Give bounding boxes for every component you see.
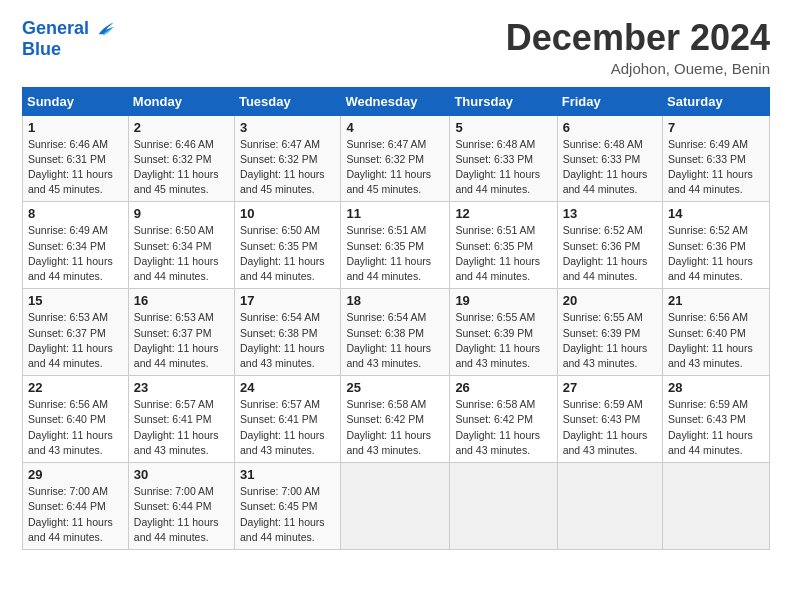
header-row-days: SundayMondayTuesdayWednesdayThursdayFrid… — [23, 87, 770, 115]
week-row-4: 22Sunrise: 6:56 AM Sunset: 6:40 PM Dayli… — [23, 376, 770, 463]
col-header-tuesday: Tuesday — [234, 87, 340, 115]
day-cell: 17Sunrise: 6:54 AM Sunset: 6:38 PM Dayli… — [234, 289, 340, 376]
day-info: Sunrise: 7:00 AM Sunset: 6:45 PM Dayligh… — [240, 484, 335, 545]
day-cell: 19Sunrise: 6:55 AM Sunset: 6:39 PM Dayli… — [450, 289, 557, 376]
logo-bird-icon — [93, 18, 115, 40]
day-number: 28 — [668, 380, 764, 395]
day-cell: 20Sunrise: 6:55 AM Sunset: 6:39 PM Dayli… — [557, 289, 662, 376]
page: General Blue December 2024 Adjohon, Ouem… — [0, 0, 792, 612]
day-number: 16 — [134, 293, 229, 308]
day-cell: 24Sunrise: 6:57 AM Sunset: 6:41 PM Dayli… — [234, 376, 340, 463]
day-info: Sunrise: 6:59 AM Sunset: 6:43 PM Dayligh… — [563, 397, 657, 458]
day-info: Sunrise: 6:49 AM Sunset: 6:33 PM Dayligh… — [668, 137, 764, 198]
day-number: 31 — [240, 467, 335, 482]
day-cell: 27Sunrise: 6:59 AM Sunset: 6:43 PM Dayli… — [557, 376, 662, 463]
day-cell: 14Sunrise: 6:52 AM Sunset: 6:36 PM Dayli… — [663, 202, 770, 289]
day-cell — [557, 463, 662, 550]
day-number: 7 — [668, 120, 764, 135]
day-info: Sunrise: 6:53 AM Sunset: 6:37 PM Dayligh… — [134, 310, 229, 371]
day-info: Sunrise: 6:48 AM Sunset: 6:33 PM Dayligh… — [455, 137, 551, 198]
day-info: Sunrise: 6:59 AM Sunset: 6:43 PM Dayligh… — [668, 397, 764, 458]
day-info: Sunrise: 6:55 AM Sunset: 6:39 PM Dayligh… — [563, 310, 657, 371]
day-cell: 2Sunrise: 6:46 AM Sunset: 6:32 PM Daylig… — [128, 115, 234, 202]
day-cell: 9Sunrise: 6:50 AM Sunset: 6:34 PM Daylig… — [128, 202, 234, 289]
day-info: Sunrise: 6:50 AM Sunset: 6:35 PM Dayligh… — [240, 223, 335, 284]
day-info: Sunrise: 6:52 AM Sunset: 6:36 PM Dayligh… — [668, 223, 764, 284]
day-cell: 11Sunrise: 6:51 AM Sunset: 6:35 PM Dayli… — [341, 202, 450, 289]
col-header-sunday: Sunday — [23, 87, 129, 115]
day-info: Sunrise: 6:52 AM Sunset: 6:36 PM Dayligh… — [563, 223, 657, 284]
day-info: Sunrise: 6:54 AM Sunset: 6:38 PM Dayligh… — [240, 310, 335, 371]
day-cell: 31Sunrise: 7:00 AM Sunset: 6:45 PM Dayli… — [234, 463, 340, 550]
day-info: Sunrise: 6:53 AM Sunset: 6:37 PM Dayligh… — [28, 310, 123, 371]
day-info: Sunrise: 6:58 AM Sunset: 6:42 PM Dayligh… — [346, 397, 444, 458]
day-number: 8 — [28, 206, 123, 221]
day-info: Sunrise: 7:00 AM Sunset: 6:44 PM Dayligh… — [134, 484, 229, 545]
day-number: 27 — [563, 380, 657, 395]
day-cell: 10Sunrise: 6:50 AM Sunset: 6:35 PM Dayli… — [234, 202, 340, 289]
day-cell: 15Sunrise: 6:53 AM Sunset: 6:37 PM Dayli… — [23, 289, 129, 376]
week-row-1: 1Sunrise: 6:46 AM Sunset: 6:31 PM Daylig… — [23, 115, 770, 202]
day-cell: 7Sunrise: 6:49 AM Sunset: 6:33 PM Daylig… — [663, 115, 770, 202]
title-block: December 2024 Adjohon, Oueme, Benin — [506, 18, 770, 77]
col-header-thursday: Thursday — [450, 87, 557, 115]
logo: General Blue — [22, 18, 115, 60]
day-number: 2 — [134, 120, 229, 135]
day-info: Sunrise: 6:56 AM Sunset: 6:40 PM Dayligh… — [668, 310, 764, 371]
day-number: 22 — [28, 380, 123, 395]
day-info: Sunrise: 6:57 AM Sunset: 6:41 PM Dayligh… — [134, 397, 229, 458]
day-cell: 18Sunrise: 6:54 AM Sunset: 6:38 PM Dayli… — [341, 289, 450, 376]
day-cell: 16Sunrise: 6:53 AM Sunset: 6:37 PM Dayli… — [128, 289, 234, 376]
day-number: 17 — [240, 293, 335, 308]
day-cell: 6Sunrise: 6:48 AM Sunset: 6:33 PM Daylig… — [557, 115, 662, 202]
day-number: 18 — [346, 293, 444, 308]
day-number: 25 — [346, 380, 444, 395]
day-number: 9 — [134, 206, 229, 221]
col-header-saturday: Saturday — [663, 87, 770, 115]
day-number: 23 — [134, 380, 229, 395]
day-number: 21 — [668, 293, 764, 308]
col-header-monday: Monday — [128, 87, 234, 115]
day-number: 29 — [28, 467, 123, 482]
day-info: Sunrise: 6:50 AM Sunset: 6:34 PM Dayligh… — [134, 223, 229, 284]
day-number: 12 — [455, 206, 551, 221]
day-cell: 8Sunrise: 6:49 AM Sunset: 6:34 PM Daylig… — [23, 202, 129, 289]
week-row-3: 15Sunrise: 6:53 AM Sunset: 6:37 PM Dayli… — [23, 289, 770, 376]
day-cell: 5Sunrise: 6:48 AM Sunset: 6:33 PM Daylig… — [450, 115, 557, 202]
day-cell: 12Sunrise: 6:51 AM Sunset: 6:35 PM Dayli… — [450, 202, 557, 289]
day-cell: 26Sunrise: 6:58 AM Sunset: 6:42 PM Dayli… — [450, 376, 557, 463]
day-cell: 13Sunrise: 6:52 AM Sunset: 6:36 PM Dayli… — [557, 202, 662, 289]
day-number: 20 — [563, 293, 657, 308]
day-number: 13 — [563, 206, 657, 221]
day-cell: 4Sunrise: 6:47 AM Sunset: 6:32 PM Daylig… — [341, 115, 450, 202]
day-info: Sunrise: 6:48 AM Sunset: 6:33 PM Dayligh… — [563, 137, 657, 198]
day-cell: 21Sunrise: 6:56 AM Sunset: 6:40 PM Dayli… — [663, 289, 770, 376]
week-row-5: 29Sunrise: 7:00 AM Sunset: 6:44 PM Dayli… — [23, 463, 770, 550]
day-info: Sunrise: 6:47 AM Sunset: 6:32 PM Dayligh… — [346, 137, 444, 198]
day-number: 24 — [240, 380, 335, 395]
day-info: Sunrise: 6:54 AM Sunset: 6:38 PM Dayligh… — [346, 310, 444, 371]
day-info: Sunrise: 6:46 AM Sunset: 6:31 PM Dayligh… — [28, 137, 123, 198]
calendar-subtitle: Adjohon, Oueme, Benin — [506, 60, 770, 77]
day-info: Sunrise: 6:47 AM Sunset: 6:32 PM Dayligh… — [240, 137, 335, 198]
day-number: 6 — [563, 120, 657, 135]
day-cell: 29Sunrise: 7:00 AM Sunset: 6:44 PM Dayli… — [23, 463, 129, 550]
day-cell — [663, 463, 770, 550]
day-cell: 25Sunrise: 6:58 AM Sunset: 6:42 PM Dayli… — [341, 376, 450, 463]
day-cell: 22Sunrise: 6:56 AM Sunset: 6:40 PM Dayli… — [23, 376, 129, 463]
logo-text-line2: Blue — [22, 40, 115, 60]
day-number: 5 — [455, 120, 551, 135]
day-number: 10 — [240, 206, 335, 221]
day-number: 4 — [346, 120, 444, 135]
day-info: Sunrise: 6:46 AM Sunset: 6:32 PM Dayligh… — [134, 137, 229, 198]
day-number: 26 — [455, 380, 551, 395]
col-header-friday: Friday — [557, 87, 662, 115]
day-cell: 3Sunrise: 6:47 AM Sunset: 6:32 PM Daylig… — [234, 115, 340, 202]
day-info: Sunrise: 6:56 AM Sunset: 6:40 PM Dayligh… — [28, 397, 123, 458]
calendar-table: SundayMondayTuesdayWednesdayThursdayFrid… — [22, 87, 770, 550]
day-info: Sunrise: 6:57 AM Sunset: 6:41 PM Dayligh… — [240, 397, 335, 458]
day-cell: 28Sunrise: 6:59 AM Sunset: 6:43 PM Dayli… — [663, 376, 770, 463]
day-info: Sunrise: 6:55 AM Sunset: 6:39 PM Dayligh… — [455, 310, 551, 371]
week-row-2: 8Sunrise: 6:49 AM Sunset: 6:34 PM Daylig… — [23, 202, 770, 289]
day-cell: 23Sunrise: 6:57 AM Sunset: 6:41 PM Dayli… — [128, 376, 234, 463]
